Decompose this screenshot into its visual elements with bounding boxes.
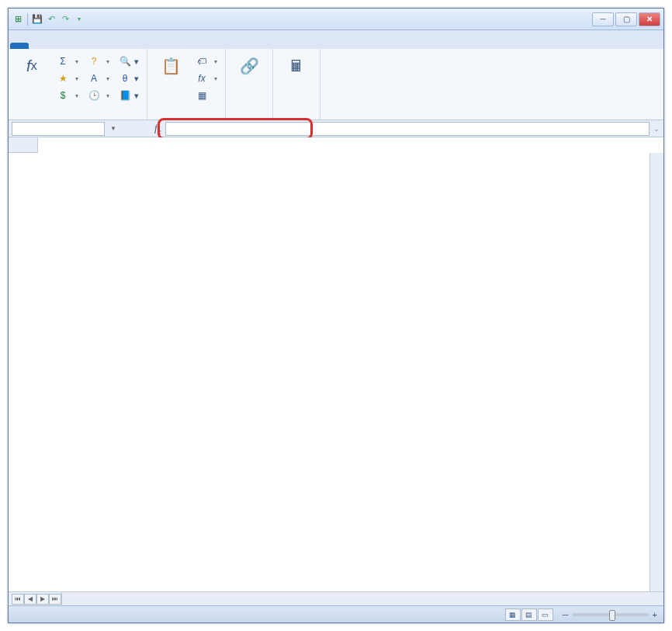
calculator-icon: 🖩 xyxy=(284,54,309,78)
zoom-slider[interactable] xyxy=(572,613,649,616)
theta-icon: θ xyxy=(119,72,131,85)
file-tab[interactable] xyxy=(10,43,29,49)
name-box-dropdown[interactable]: ▼ xyxy=(108,125,119,132)
next-sheet-button[interactable]: ▶ xyxy=(36,594,49,605)
autosum-button[interactable]: Σ xyxy=(54,54,81,69)
qat-dropdown-icon[interactable]: ▾ xyxy=(73,13,85,26)
spreadsheet-grid[interactable]: ⏮ ◀ ▶ ⏭ xyxy=(9,137,663,605)
page-break-button[interactable]: ▭ xyxy=(538,608,553,621)
undo-icon[interactable]: ↶ xyxy=(45,13,57,26)
zoom-controls: ─ + xyxy=(559,610,657,619)
logical-icon: ? xyxy=(88,55,100,68)
create-from-selection-button[interactable]: ▦ xyxy=(192,88,220,103)
dependencies-icon: 🔗 xyxy=(237,54,262,78)
lookup-icon: 🔍 xyxy=(119,55,131,68)
lookup-button[interactable]: 🔍▾ xyxy=(116,54,142,69)
ribbon-tabs xyxy=(9,30,663,49)
close-button[interactable]: ✕ xyxy=(639,12,660,26)
first-sheet-button[interactable]: ⏮ xyxy=(12,594,24,605)
text-button[interactable]: A xyxy=(85,71,113,86)
save-icon[interactable]: 💾 xyxy=(31,13,43,26)
assign-name-button[interactable]: 🏷 xyxy=(192,54,220,69)
zoom-in-button[interactable]: + xyxy=(653,610,657,619)
excel-icon: ⊞ xyxy=(12,13,24,26)
maximize-button[interactable]: ▢ xyxy=(615,12,637,26)
formula-bar-row: ▼ fx ⌄ xyxy=(9,120,663,137)
fx-small-icon: fx xyxy=(196,72,208,85)
prev-sheet-button[interactable]: ◀ xyxy=(24,594,36,605)
book-icon: 📘 xyxy=(119,89,131,102)
tag-icon: 🏷 xyxy=(196,55,208,68)
normal-view-button[interactable]: ▦ xyxy=(505,608,521,621)
page-layout-button[interactable]: ▤ xyxy=(521,608,537,621)
zoom-out-button[interactable]: ─ xyxy=(563,610,569,619)
horizontal-scrollbar[interactable] xyxy=(61,592,663,605)
formula-bar[interactable] xyxy=(165,122,649,136)
fx-icon: fx xyxy=(19,54,44,78)
name-manager-icon: 📋 xyxy=(158,54,183,78)
recent-icon: ★ xyxy=(57,72,69,85)
quick-access-toolbar: ⊞ 💾 ↶ ↷ ▾ xyxy=(12,13,85,26)
math-button[interactable]: θ▾ xyxy=(116,71,142,86)
status-bar: ▦ ▤ ▭ ─ + xyxy=(9,605,663,622)
use-in-formula-button[interactable]: fx xyxy=(192,71,220,86)
titlebar: ⊞ 💾 ↶ ↷ ▾ ─ ▢ ✕ xyxy=(9,9,663,30)
sigma-icon: Σ xyxy=(57,55,69,68)
insert-function-button[interactable]: fx xyxy=(13,50,50,80)
logical-button[interactable]: ? xyxy=(85,54,113,69)
financial-icon: $ xyxy=(57,89,69,102)
formula-dependencies-button[interactable]: 🔗 xyxy=(230,50,268,80)
more-button[interactable]: 📘▾ xyxy=(116,88,142,103)
select-all-corner[interactable] xyxy=(9,137,38,153)
name-box[interactable] xyxy=(12,122,105,136)
datetime-button[interactable]: 🕒 xyxy=(85,88,113,103)
ribbon: fx Σ ★ $ ? A 🕒 🔍▾ θ▾ 📘▾ xyxy=(9,49,663,120)
redo-icon[interactable]: ↷ xyxy=(59,13,71,26)
financial-button[interactable]: $ xyxy=(54,88,81,103)
last-sheet-button[interactable]: ⏭ xyxy=(49,594,61,605)
group-label xyxy=(152,115,220,118)
vertical-scrollbar[interactable] xyxy=(649,153,663,591)
recent-button[interactable]: ★ xyxy=(54,71,81,86)
grid-icon: ▦ xyxy=(196,89,208,102)
expand-formula-bar[interactable]: ⌄ xyxy=(649,125,663,133)
group-label xyxy=(13,115,142,118)
minimize-button[interactable]: ─ xyxy=(592,12,614,26)
text-icon: A xyxy=(88,72,100,85)
fx-label[interactable]: fx xyxy=(150,122,165,136)
clock-icon: 🕒 xyxy=(88,89,100,102)
calculation-button[interactable]: 🖩 xyxy=(278,50,315,80)
name-manager-button[interactable]: 📋 xyxy=(152,50,189,80)
sheet-tabs: ⏮ ◀ ▶ ⏭ xyxy=(9,592,61,605)
